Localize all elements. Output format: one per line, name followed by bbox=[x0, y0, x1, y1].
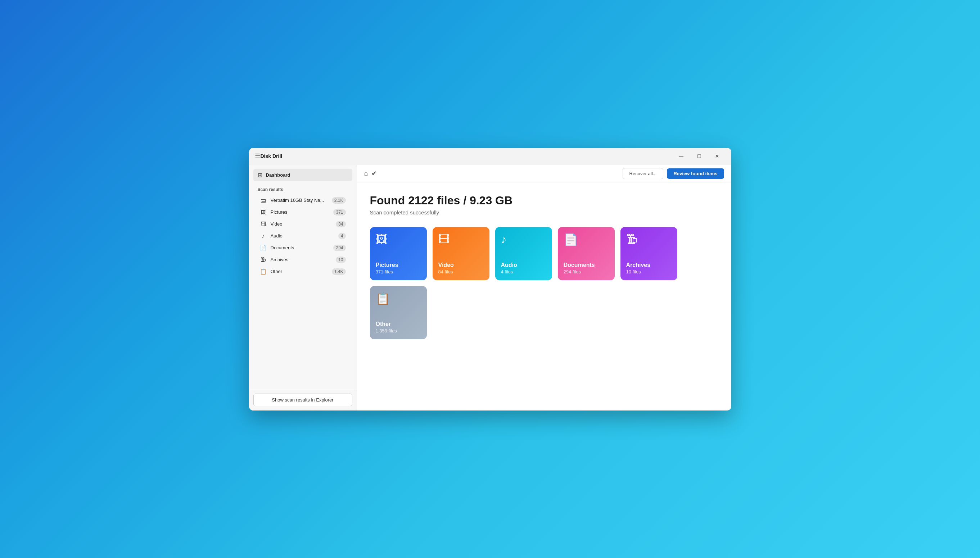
review-found-items-button[interactable]: Review found items bbox=[667, 168, 724, 179]
sidebar-item-audio-count: 4 bbox=[338, 233, 346, 239]
drive-icon: 🖴 bbox=[260, 197, 267, 203]
hamburger-icon[interactable]: ☰ bbox=[255, 152, 261, 160]
sidebar-item-pictures-label: Pictures bbox=[271, 209, 330, 215]
show-in-explorer-button[interactable]: Show scan results in Explorer bbox=[253, 394, 352, 406]
card-other[interactable]: 📋 Other 1,359 files bbox=[370, 286, 427, 339]
sidebar-item-other-count: 1.4K bbox=[332, 268, 346, 275]
card-archives-icon: 🗜 bbox=[626, 233, 638, 246]
sidebar-item-pictures-count: 371 bbox=[333, 209, 345, 215]
documents-icon: 📄 bbox=[260, 245, 267, 251]
pictures-icon: 🖼 bbox=[260, 209, 267, 215]
sidebar-item-documents-count: 294 bbox=[333, 245, 345, 251]
card-other-icon: 📋 bbox=[376, 292, 390, 305]
card-pictures-name: Pictures bbox=[376, 262, 399, 268]
sidebar-item-other-label: Other bbox=[271, 269, 328, 274]
card-video-count: 84 files bbox=[438, 269, 453, 274]
archives-icon: 🗜 bbox=[260, 256, 267, 263]
card-documents-icon: 📄 bbox=[564, 233, 578, 246]
scan-results-section-title: Scan results bbox=[253, 183, 352, 194]
sidebar-item-pictures[interactable]: 🖼 Pictures 371 bbox=[256, 207, 350, 218]
content-header: ⌂ ✔ Recover all... Review found items bbox=[357, 165, 731, 182]
window-controls: — ☐ ✕ bbox=[673, 150, 726, 162]
minimize-button[interactable]: — bbox=[673, 150, 689, 162]
card-other-name: Other bbox=[376, 321, 391, 327]
sidebar-item-audio-label: Audio bbox=[271, 233, 335, 238]
sidebar-item-documents[interactable]: 📄 Documents 294 bbox=[256, 242, 350, 254]
card-documents-name: Documents bbox=[564, 262, 595, 268]
video-icon: 🎞 bbox=[260, 221, 267, 227]
card-other-count: 1,359 files bbox=[376, 328, 397, 333]
card-documents-count: 294 files bbox=[564, 269, 581, 274]
card-video-icon: 🎞 bbox=[438, 233, 450, 246]
sidebar-item-verbatim[interactable]: 🖴 Verbatim 16GB Stay Na... 2.1K bbox=[256, 195, 350, 206]
card-audio[interactable]: ♪ Audio 4 files bbox=[495, 227, 552, 280]
sidebar-item-documents-label: Documents bbox=[271, 245, 330, 250]
card-audio-icon: ♪ bbox=[501, 233, 507, 246]
sidebar-item-archives[interactable]: 🗜 Archives 10 bbox=[256, 254, 350, 266]
sidebar-item-video-count: 84 bbox=[336, 221, 345, 227]
found-subtitle: Scan completed successfully bbox=[370, 209, 718, 215]
card-video-name: Video bbox=[438, 262, 454, 268]
main-layout: ⊞ Dashboard Scan results 🖴 Verbatim 16GB… bbox=[249, 165, 731, 410]
card-pictures-icon: 🖼 bbox=[376, 233, 387, 246]
grid-icon: ⊞ bbox=[258, 172, 263, 179]
card-documents[interactable]: 📄 Documents 294 files bbox=[558, 227, 615, 280]
close-button[interactable]: ✕ bbox=[709, 150, 726, 162]
sidebar-top: ⊞ Dashboard Scan results 🖴 Verbatim 16GB… bbox=[249, 165, 357, 281]
app-title: Disk Drill bbox=[261, 153, 673, 159]
sidebar: ⊞ Dashboard Scan results 🖴 Verbatim 16GB… bbox=[249, 165, 357, 410]
sidebar-item-verbatim-label: Verbatim 16GB Stay Na... bbox=[271, 197, 328, 203]
sidebar-item-audio[interactable]: ♪ Audio 4 bbox=[256, 230, 350, 242]
category-cards-grid: 🖼 Pictures 371 files 🎞 Video 84 files ♪ … bbox=[370, 227, 718, 339]
sidebar-item-other[interactable]: 📋 Other 1.4K bbox=[256, 266, 350, 277]
home-icon[interactable]: ⌂ bbox=[364, 170, 368, 177]
card-pictures-count: 371 files bbox=[376, 269, 393, 274]
card-audio-name: Audio bbox=[501, 262, 517, 268]
found-title: Found 2122 files / 9.23 GB bbox=[370, 194, 718, 207]
sidebar-item-verbatim-count: 2.1K bbox=[332, 197, 346, 204]
sidebar-item-archives-label: Archives bbox=[271, 257, 333, 262]
app-window: ☰ Disk Drill — ☐ ✕ ⊞ Dashboard Scan resu… bbox=[249, 148, 731, 410]
card-archives[interactable]: 🗜 Archives 10 files bbox=[621, 227, 677, 280]
card-audio-count: 4 files bbox=[501, 269, 513, 274]
content-area: ⌂ ✔ Recover all... Review found items Fo… bbox=[357, 165, 731, 410]
card-archives-count: 10 files bbox=[626, 269, 641, 274]
check-icon: ✔ bbox=[371, 169, 377, 177]
content-body: Found 2122 files / 9.23 GB Scan complete… bbox=[357, 182, 731, 410]
sidebar-item-video-label: Video bbox=[271, 221, 333, 226]
recover-all-button[interactable]: Recover all... bbox=[623, 168, 664, 179]
sidebar-dashboard[interactable]: ⊞ Dashboard bbox=[253, 169, 352, 181]
titlebar: ☰ Disk Drill — ☐ ✕ bbox=[249, 148, 731, 165]
maximize-button[interactable]: ☐ bbox=[691, 150, 708, 162]
card-pictures[interactable]: 🖼 Pictures 371 files bbox=[370, 227, 427, 280]
dashboard-label: Dashboard bbox=[266, 172, 291, 178]
audio-icon: ♪ bbox=[260, 233, 267, 239]
card-video[interactable]: 🎞 Video 84 files bbox=[433, 227, 489, 280]
sidebar-item-archives-count: 10 bbox=[336, 256, 345, 263]
other-icon: 📋 bbox=[260, 268, 267, 275]
sidebar-item-video[interactable]: 🎞 Video 84 bbox=[256, 218, 350, 230]
card-archives-name: Archives bbox=[626, 262, 651, 268]
sidebar-footer: Show scan results in Explorer bbox=[249, 389, 357, 410]
